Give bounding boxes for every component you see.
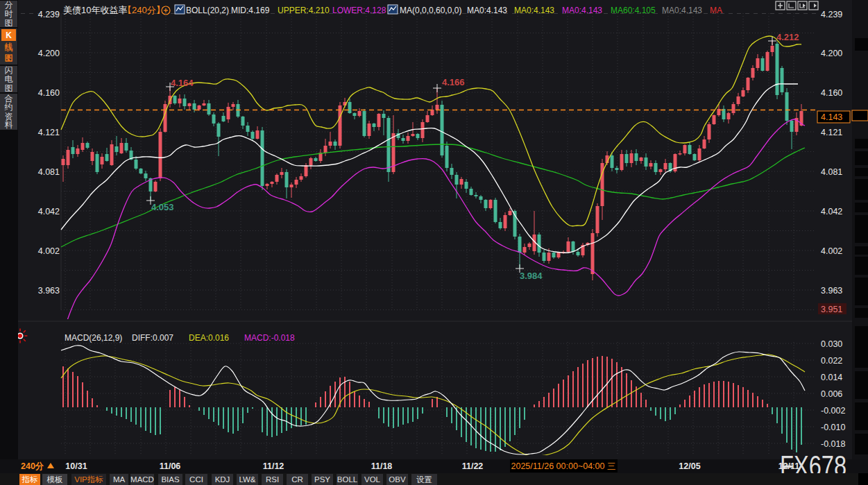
- svg-text:0.022: 0.022: [821, 356, 842, 366]
- svg-text:BOLL(20,2): BOLL(20,2): [186, 6, 229, 15]
- svg-text:PSY: PSY: [314, 475, 330, 484]
- svg-text:4.081: 4.081: [821, 167, 842, 177]
- svg-text:-0.010: -0.010: [821, 423, 845, 432]
- svg-text:CR: CR: [291, 475, 303, 484]
- svg-text:DEA:0.016: DEA:0.016: [189, 333, 229, 343]
- svg-text:4.121: 4.121: [821, 128, 842, 137]
- svg-text:指标: 指标: [22, 475, 38, 484]
- svg-text:图: 图: [5, 53, 13, 62]
- svg-text:K: K: [6, 31, 12, 40]
- svg-text:VOL: VOL: [364, 475, 381, 484]
- svg-text:4.200: 4.200: [38, 49, 60, 58]
- svg-text:料: 料: [5, 120, 13, 130]
- svg-text:2025/11/26 00:00~04:00 三: 2025/11/26 00:00~04:00 三: [511, 461, 616, 471]
- svg-text:4.002: 4.002: [38, 246, 60, 256]
- svg-text:闪: 闪: [5, 65, 13, 75]
- svg-text:约: 约: [5, 102, 13, 112]
- svg-text:图: 图: [5, 83, 13, 93]
- svg-text:线: 线: [5, 43, 13, 53]
- svg-text:CCI: CCI: [189, 475, 203, 484]
- svg-text:10/31: 10/31: [65, 461, 87, 471]
- svg-text:3.963: 3.963: [821, 286, 842, 296]
- svg-text:4.160: 4.160: [38, 88, 60, 98]
- svg-text:11/18: 11/18: [371, 461, 393, 471]
- svg-text:分: 分: [5, 0, 13, 10]
- svg-text:UPPER:4.210: UPPER:4.210: [278, 6, 330, 15]
- svg-text:MA: MA: [710, 6, 722, 15]
- svg-text:4.081: 4.081: [38, 167, 60, 177]
- svg-text:3.984: 3.984: [520, 271, 543, 281]
- svg-text:MA0:4.143: MA0:4.143: [467, 6, 507, 15]
- svg-text:OBV: OBV: [389, 475, 406, 484]
- svg-text:4.212: 4.212: [776, 32, 799, 42]
- svg-text:4.042: 4.042: [38, 207, 60, 216]
- svg-text:-0.018: -0.018: [821, 439, 845, 449]
- svg-text:4.121: 4.121: [38, 128, 60, 137]
- svg-text:240分: 240分: [21, 461, 44, 471]
- svg-text:电: 电: [5, 74, 13, 84]
- svg-text:图: 图: [5, 18, 13, 28]
- svg-text:0.014: 0.014: [821, 373, 842, 382]
- svg-text:4.002: 4.002: [821, 246, 842, 256]
- svg-text:11/22: 11/22: [462, 461, 484, 471]
- svg-text:MA60:4.105: MA60:4.105: [611, 6, 656, 15]
- svg-text:BOLL: BOLL: [337, 475, 358, 484]
- svg-text:MA0:4.143: MA0:4.143: [514, 6, 554, 15]
- svg-text:3.963: 3.963: [38, 286, 60, 296]
- svg-text:4.042: 4.042: [821, 207, 842, 216]
- svg-text:4.160: 4.160: [821, 88, 842, 98]
- svg-text:4.239: 4.239: [38, 10, 60, 19]
- svg-text:0.006: 0.006: [821, 389, 842, 399]
- svg-text:MA(0,0,0,60,0,0): MA(0,0,0,60,0,0): [400, 6, 461, 15]
- svg-text:11/12: 11/12: [263, 461, 284, 471]
- svg-text:时: 时: [5, 9, 13, 19]
- svg-text:4.143: 4.143: [821, 112, 842, 122]
- svg-text:MACD: MACD: [130, 475, 154, 484]
- svg-text:11/06: 11/06: [160, 461, 181, 471]
- svg-text:LW&: LW&: [239, 475, 255, 484]
- svg-text:4.166: 4.166: [442, 77, 465, 87]
- svg-text:0.030: 0.030: [821, 339, 842, 349]
- svg-text:VIP指标: VIP指标: [74, 475, 103, 484]
- svg-text:MA: MA: [113, 475, 126, 484]
- svg-text:4.164: 4.164: [171, 78, 194, 88]
- svg-text:MACD(26,12,9): MACD(26,12,9): [65, 333, 122, 343]
- svg-text:MA0:4.143: MA0:4.143: [562, 6, 602, 15]
- svg-text:DIFF:0.007: DIFF:0.007: [132, 333, 173, 343]
- svg-text:MID:4.169: MID:4.169: [231, 6, 270, 15]
- svg-text:MA0:4.143: MA0:4.143: [662, 6, 702, 15]
- svg-text:LOWER:4.128: LOWER:4.128: [332, 6, 386, 15]
- svg-text:12/05: 12/05: [679, 461, 700, 471]
- svg-text:模板: 模板: [47, 475, 63, 484]
- svg-text:3.951: 3.951: [821, 305, 842, 314]
- svg-text:4.053: 4.053: [151, 202, 174, 212]
- svg-text:KDJ: KDJ: [215, 475, 230, 484]
- svg-text:RSI: RSI: [266, 475, 279, 484]
- svg-text:4.239: 4.239: [821, 10, 842, 19]
- svg-text:BIAS: BIAS: [161, 475, 180, 484]
- svg-text:美债10年收益率: 美债10年收益率: [63, 5, 127, 15]
- svg-text:【240分】: 【240分】: [123, 5, 165, 15]
- svg-text:MACD:-0.018: MACD:-0.018: [244, 333, 295, 343]
- svg-text:-0.002: -0.002: [821, 406, 845, 416]
- svg-text:4.200: 4.200: [821, 49, 842, 58]
- svg-text:设置: 设置: [416, 475, 432, 484]
